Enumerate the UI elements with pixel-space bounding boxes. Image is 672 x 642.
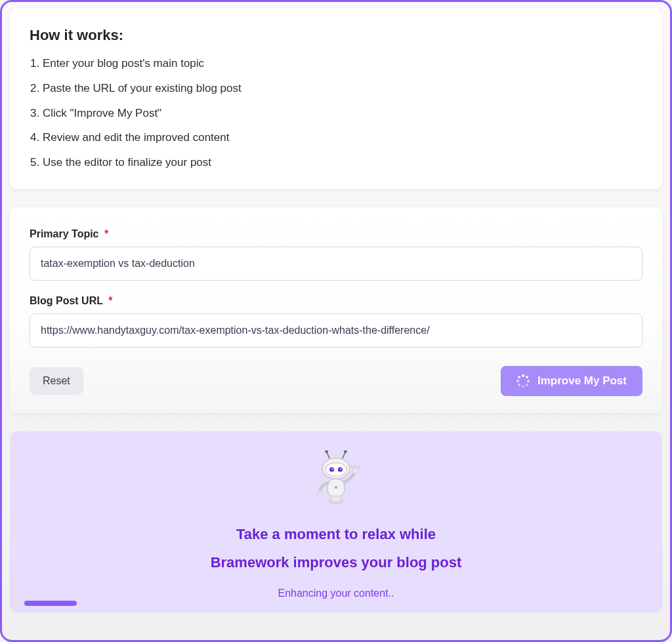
svg-point-3 xyxy=(344,450,347,453)
improve-button-label: Improve My Post xyxy=(537,374,627,388)
form-card: Primary Topic * Blog Post URL * Reset Im… xyxy=(10,207,662,413)
blog-url-label: Blog Post URL * xyxy=(30,295,642,307)
svg-point-9 xyxy=(340,468,341,470)
how-step: Click "Improve My Post" xyxy=(43,106,642,121)
how-step: Use the editor to finalize your post xyxy=(43,155,642,171)
progress-bar xyxy=(24,601,77,606)
svg-point-12 xyxy=(335,487,337,489)
svg-rect-19 xyxy=(331,496,341,502)
svg-point-1 xyxy=(325,450,328,453)
required-mark: * xyxy=(108,295,112,306)
svg-point-8 xyxy=(331,468,333,470)
svg-line-17 xyxy=(351,466,353,468)
robot-icon xyxy=(304,449,368,512)
how-it-works-card: How it works: Enter your blog post's mai… xyxy=(10,9,662,189)
svg-point-6 xyxy=(329,467,334,471)
loading-spinner-icon xyxy=(516,374,530,388)
primary-topic-input[interactable] xyxy=(30,247,642,281)
how-step: Paste the URL of your existing blog post xyxy=(43,81,642,96)
blog-url-input[interactable] xyxy=(30,313,642,348)
svg-point-5 xyxy=(326,463,346,477)
how-step: Review and edit the improved content xyxy=(43,130,642,146)
form-actions: Reset Improve My Post xyxy=(30,366,642,396)
svg-line-16 xyxy=(358,466,360,468)
primary-topic-label: Primary Topic * xyxy=(30,228,642,240)
robot-illustration xyxy=(23,449,649,512)
blog-url-label-text: Blog Post URL xyxy=(30,295,103,306)
improve-my-post-button[interactable]: Improve My Post xyxy=(501,366,642,396)
loading-status-text: Enhancing your content.. xyxy=(23,588,649,599)
reset-button[interactable]: Reset xyxy=(30,367,83,395)
how-step: Enter your blog post's main topic xyxy=(43,56,642,71)
primary-topic-label-text: Primary Topic xyxy=(30,228,99,239)
loading-message-line1: Take a moment to relax while xyxy=(23,523,649,545)
app-frame: How it works: Enter your blog post's mai… xyxy=(0,0,672,642)
how-it-works-title: How it works: xyxy=(30,27,642,44)
required-mark: * xyxy=(104,228,108,239)
loading-panel: Take a moment to relax while Bramework i… xyxy=(10,431,662,612)
how-it-works-list: Enter your blog post's main topic Paste … xyxy=(30,56,642,171)
svg-point-13 xyxy=(318,491,323,496)
svg-point-7 xyxy=(338,467,343,471)
loading-message-line2: Bramework improves your blog post xyxy=(23,552,649,573)
